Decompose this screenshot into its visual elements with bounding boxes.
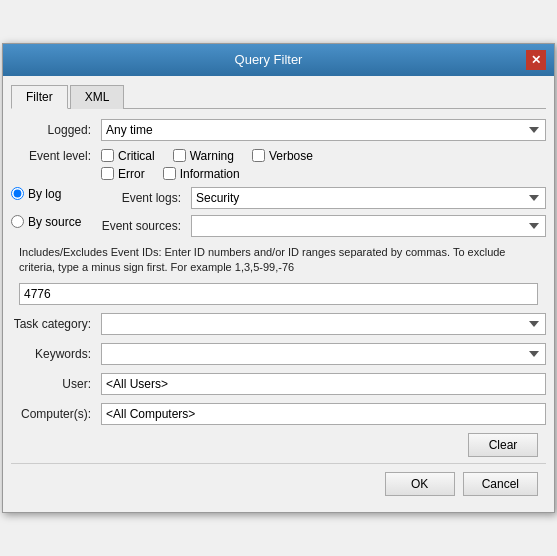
event-logs-label: Event logs: <box>101 191 191 205</box>
by-source-radio-label[interactable]: By source <box>11 215 101 229</box>
task-category-row: Task category: <box>11 313 546 335</box>
cancel-button[interactable]: Cancel <box>463 472 538 496</box>
event-level-row1: Critical Warning Verbose <box>101 149 331 163</box>
information-checkbox[interactable] <box>163 167 176 180</box>
logged-dropdown-wrap: Any time Last hour Last 12 hours Last 24… <box>101 119 546 141</box>
by-source-text: By source <box>28 215 81 229</box>
title-bar: Query Filter ✕ <box>3 44 554 76</box>
error-label: Error <box>118 167 145 181</box>
computer-label: Computer(s): <box>11 407 101 421</box>
warning-checkbox[interactable] <box>173 149 186 162</box>
logged-label: Logged: <box>11 123 101 137</box>
event-id-row <box>11 283 546 305</box>
user-row: User: <box>11 373 546 395</box>
event-id-input[interactable] <box>19 283 538 305</box>
warning-label: Warning <box>190 149 234 163</box>
computer-input[interactable] <box>101 403 546 425</box>
tab-xml[interactable]: XML <box>70 85 125 109</box>
event-sources-label: Event sources: <box>101 219 191 233</box>
event-logs-wrap: Security Application System <box>191 187 546 209</box>
information-checkbox-label[interactable]: Information <box>163 167 240 181</box>
by-log-radio[interactable] <box>11 187 24 200</box>
button-row: OK Cancel <box>11 463 546 504</box>
event-sources-row: Event sources: <box>101 215 546 237</box>
event-level-label: Event level: <box>11 149 101 163</box>
error-checkbox[interactable] <box>101 167 114 180</box>
keywords-row: Keywords: <box>11 343 546 365</box>
warning-checkbox-label[interactable]: Warning <box>173 149 234 163</box>
radio-fields: Event logs: Security Application System … <box>101 187 546 237</box>
task-category-dropdown[interactable] <box>101 313 546 335</box>
info-text: Includes/Excludes Event IDs: Enter ID nu… <box>19 245 538 276</box>
computer-input-wrap <box>101 403 546 425</box>
logged-dropdown[interactable]: Any time Last hour Last 12 hours Last 24… <box>101 119 546 141</box>
logged-row: Logged: Any time Last hour Last 12 hours… <box>11 119 546 141</box>
keywords-wrap <box>101 343 546 365</box>
dialog-title: Query Filter <box>11 52 526 67</box>
critical-checkbox-label[interactable]: Critical <box>101 149 155 163</box>
user-input-wrap <box>101 373 546 395</box>
verbose-label: Verbose <box>269 149 313 163</box>
keywords-label: Keywords: <box>11 347 101 361</box>
event-sources-wrap <box>191 215 546 237</box>
tab-bar: Filter XML <box>11 84 546 109</box>
clear-row: Clear <box>11 433 546 457</box>
radio-section: By log By source Event logs: Security Ap… <box>11 187 546 237</box>
error-checkbox-label[interactable]: Error <box>101 167 145 181</box>
event-sources-dropdown[interactable] <box>191 215 546 237</box>
event-level-section: Event level: Critical Warning Verbose <box>11 149 546 181</box>
verbose-checkbox[interactable] <box>252 149 265 162</box>
event-logs-dropdown[interactable]: Security Application System <box>191 187 546 209</box>
query-filter-dialog: Query Filter ✕ Filter XML Logged: Any ti… <box>2 43 555 514</box>
ok-button[interactable]: OK <box>385 472 455 496</box>
clear-button[interactable]: Clear <box>468 433 538 457</box>
task-category-wrap <box>101 313 546 335</box>
tab-filter[interactable]: Filter <box>11 85 68 109</box>
radio-column: By log By source <box>11 187 101 237</box>
critical-label: Critical <box>118 149 155 163</box>
task-category-label: Task category: <box>11 317 101 331</box>
by-log-text: By log <box>28 187 61 201</box>
critical-checkbox[interactable] <box>101 149 114 162</box>
verbose-checkbox-label[interactable]: Verbose <box>252 149 313 163</box>
information-label: Information <box>180 167 240 181</box>
by-source-radio[interactable] <box>11 215 24 228</box>
close-button[interactable]: ✕ <box>526 50 546 70</box>
dialog-body: Filter XML Logged: Any time Last hour La… <box>3 76 554 513</box>
by-log-radio-label[interactable]: By log <box>11 187 101 201</box>
event-level-row2: Error Information <box>101 167 331 181</box>
user-input[interactable] <box>101 373 546 395</box>
event-level-checkboxes: Critical Warning Verbose Error <box>101 149 331 181</box>
keywords-dropdown[interactable] <box>101 343 546 365</box>
computer-row: Computer(s): <box>11 403 546 425</box>
event-logs-row: Event logs: Security Application System <box>101 187 546 209</box>
user-label: User: <box>11 377 101 391</box>
